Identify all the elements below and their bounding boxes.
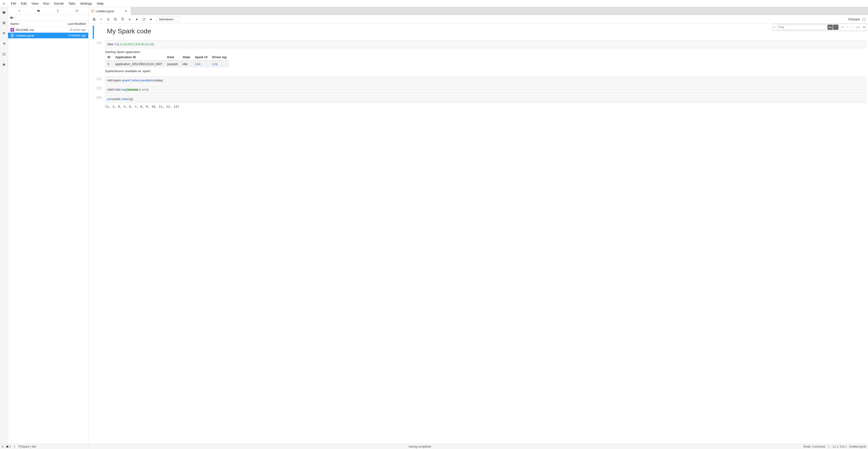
restart-icon[interactable] — [141, 16, 147, 23]
code-input[interactable]: rdd=spark.sparkContext.parallelize(data) — [105, 76, 867, 85]
file-modified: 3 minutes ago — [68, 34, 86, 37]
markdown-heading: My Spark code — [91, 26, 867, 39]
cell-code[interactable]: [1]:data = [1,2,3,4,5,6,7,8,9,10,11,12]S… — [91, 40, 867, 75]
menu-edit[interactable]: Edit — [19, 1, 29, 6]
cell-code[interactable]: [2]:rdd=spark.sparkContext.parallelize(d… — [91, 76, 867, 85]
svg-rect-2 — [4, 23, 4, 24]
tab-untitled[interactable]: Untitled.ipynb ✕ — [89, 7, 131, 15]
code-input[interactable]: print(rdd2.collect()) — [105, 95, 867, 103]
status-cursor[interactable]: Ln 1, Col 1 — [833, 445, 846, 448]
menu-kernel[interactable]: Kernel — [52, 1, 66, 6]
svg-rect-8 — [115, 19, 117, 20]
settings-icon[interactable] — [2, 42, 6, 46]
menu-tabs[interactable]: Tabs — [66, 1, 78, 6]
cell-prompt: [2]: — [91, 76, 105, 85]
cell-prompt: [4]: — [91, 95, 105, 110]
tab-bar: Untitled.ipynb ✕ — [89, 7, 868, 15]
kernel-name[interactable]: PySpark — [848, 18, 860, 21]
file-list: MREADME.md21 hours agoUntitled.ipynb3 mi… — [8, 27, 88, 444]
status-save: Saving completed — [408, 445, 431, 448]
status-kernel[interactable]: PySpark | Idle — [19, 445, 36, 448]
file-list-header: Name Last Modified — [8, 21, 88, 27]
svg-point-6 — [107, 20, 108, 21]
activity-bar — [0, 7, 8, 444]
cell-prompt: [3]: — [91, 86, 105, 94]
status-file: Untitled.ipynb — [849, 445, 866, 448]
notebook-icon — [10, 34, 14, 37]
refresh-icon[interactable] — [75, 9, 79, 13]
file-toolbar — [8, 7, 88, 15]
save-icon[interactable] — [91, 16, 97, 23]
status-kernel-activity[interactable] — [13, 445, 16, 448]
notebook-icon — [828, 445, 830, 448]
code-input[interactable]: rdd2=rdd.map(lambda x: x+1) — [105, 86, 867, 94]
lightning-icon — [13, 445, 16, 448]
copy-icon[interactable] — [112, 16, 119, 23]
status-mode: Mode: Command — [803, 445, 825, 448]
folder-icon — [10, 16, 13, 20]
menu-settings[interactable]: Settings — [78, 1, 95, 6]
menu-file[interactable]: File — [8, 1, 19, 6]
status-terminals[interactable]: 1 — [6, 445, 11, 448]
code-input[interactable]: data = [1,2,3,4,5,6,7,8,9,10,11,12] — [105, 40, 867, 48]
notebook-icon — [91, 9, 94, 13]
extension-icon[interactable] — [2, 62, 6, 67]
status-bar: 0 1 PySpark | Idle Saving completed Mode… — [0, 444, 868, 449]
menu-view[interactable]: View — [29, 1, 41, 6]
menu-run[interactable]: Run — [41, 1, 52, 6]
main-area: Untitled.ipynb ✕ Markdown — [89, 7, 868, 444]
terminal-icon — [6, 445, 9, 448]
jupyter-logo-icon[interactable] — [1, 1, 6, 6]
cell-prompt: [1]: — [91, 40, 105, 75]
status-notebook-trust[interactable] — [828, 445, 830, 448]
breadcrumb[interactable]: / — [8, 15, 88, 21]
paste-icon[interactable] — [119, 16, 126, 23]
cell-output: [2, 3, 4, 5, 6, 7, 8, 9, 10, 11, 12, 13] — [105, 103, 867, 110]
new-launcher-icon[interactable] — [18, 9, 21, 13]
notebook-content[interactable]: Aa .* -/- ••• ✕ My Spark code — [89, 24, 868, 444]
run-icon[interactable] — [126, 16, 133, 23]
svg-point-7 — [107, 18, 108, 19]
file-name: README.md — [16, 28, 34, 32]
notebook-toolbar: Markdown PySpark — [89, 15, 868, 24]
upload-icon[interactable] — [56, 9, 60, 13]
breadcrumb-sep: / — [14, 16, 15, 20]
svg-rect-11 — [136, 19, 137, 20]
run-all-icon[interactable] — [148, 16, 154, 23]
cell-markdown[interactable]: My Spark code — [91, 26, 867, 39]
cut-icon[interactable] — [105, 16, 112, 23]
running-icon[interactable] — [2, 21, 6, 25]
file-browser: / Name Last Modified MREADME.md21 hours … — [8, 7, 89, 444]
file-modified: 21 hours ago — [69, 28, 86, 31]
chevron-down-icon — [175, 18, 177, 21]
new-folder-icon[interactable] — [37, 9, 40, 13]
file-row[interactable]: MREADME.md21 hours ago — [8, 27, 88, 33]
tabs-icon[interactable] — [2, 52, 6, 56]
link[interactable]: Link — [212, 62, 218, 66]
cell-code[interactable]: [4]:print(rdd2.collect())[2, 3, 4, 5, 6,… — [91, 95, 867, 110]
modified-column-header[interactable]: Last Modified — [68, 22, 86, 26]
cell-code[interactable]: [3]:rdd2=rdd.map(lambda x: x+1) — [91, 86, 867, 94]
cell-type-selector[interactable]: Markdown — [157, 17, 180, 22]
file-row[interactable]: Untitled.ipynb3 minutes ago — [8, 33, 88, 38]
status-simple-mode[interactable]: 0 — [2, 445, 4, 448]
cell-output: Starting Spark applicationIDApplication … — [105, 48, 867, 75]
add-cell-icon[interactable] — [98, 16, 104, 23]
link[interactable]: Link — [195, 62, 201, 66]
svg-rect-13 — [828, 445, 830, 448]
folder-icon[interactable] — [2, 10, 6, 15]
stop-icon[interactable] — [133, 16, 140, 23]
markdown-icon: M — [10, 28, 14, 32]
close-icon[interactable]: ✕ — [124, 9, 128, 13]
menu-help[interactable]: Help — [94, 1, 106, 6]
kernel-status-icon[interactable] — [862, 18, 866, 21]
menu-bar: FileEditViewRunKernelTabsSettingsHelp — [0, 0, 868, 7]
git-icon[interactable] — [2, 31, 6, 35]
file-name: Untitled.ipynb — [16, 34, 34, 37]
svg-rect-3 — [3, 53, 5, 55]
tab-label: Untitled.ipynb — [96, 9, 114, 13]
name-column-header[interactable]: Name — [10, 22, 22, 26]
sort-asc-icon — [20, 23, 22, 25]
svg-rect-12 — [6, 446, 8, 448]
svg-point-0 — [4, 2, 4, 3]
